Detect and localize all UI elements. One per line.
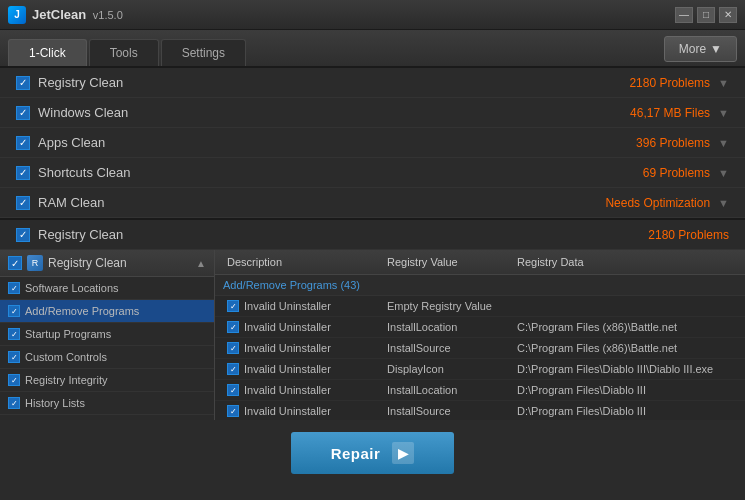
- item-row-ram-clean[interactable]: RAM Clean Needs Optimization ▼: [0, 188, 745, 218]
- sidebar-cb-software[interactable]: [8, 282, 20, 294]
- item-left: Windows Clean: [16, 105, 128, 120]
- sidebar-item-custom-controls[interactable]: Custom Controls: [0, 346, 214, 369]
- item-right: 2180 Problems ▼: [629, 76, 729, 90]
- cell-data-0: [513, 305, 737, 307]
- detail-checkbox[interactable]: [16, 228, 30, 242]
- item-label-windows-clean: Windows Clean: [38, 105, 128, 120]
- item-left: RAM Clean: [16, 195, 104, 210]
- cell-data-3: D:\Program Files\Diablo III\Diablo III.e…: [513, 362, 737, 376]
- sidebar-label-custom-controls: Custom Controls: [25, 351, 107, 363]
- sidebar-cb-custom[interactable]: [8, 351, 20, 363]
- sidebar-list: R Registry Clean ▲ Software Locations Ad…: [0, 250, 215, 420]
- cell-desc-2: Invalid Uninstaller: [223, 341, 383, 355]
- detail-title: Registry Clean: [38, 227, 123, 242]
- row-desc-5: Invalid Uninstaller: [244, 405, 331, 417]
- sidebar-item-software-locations[interactable]: Software Locations: [0, 277, 214, 300]
- table-row[interactable]: Invalid Uninstaller DisplayIcon D:\Progr…: [215, 359, 745, 380]
- item-left: Shortcuts Clean: [16, 165, 131, 180]
- status-shortcuts-clean: 69 Problems: [643, 166, 710, 180]
- sidebar-cb-history[interactable]: [8, 397, 20, 409]
- row-desc-3: Invalid Uninstaller: [244, 363, 331, 375]
- sidebar-label-startup: Startup Programs: [25, 328, 111, 340]
- table-row[interactable]: Invalid Uninstaller InstallLocation C:\P…: [215, 317, 745, 338]
- detail-header-left: Registry Clean: [16, 227, 123, 242]
- status-ram-clean: Needs Optimization: [605, 196, 710, 210]
- cell-data-1: C:\Program Files (x86)\Battle.net: [513, 320, 737, 334]
- cell-data-4: D:\Program Files\Diablo III: [513, 383, 737, 397]
- detail-status: 2180 Problems: [648, 228, 729, 242]
- table-group-header: Add/Remove Programs (43): [215, 275, 745, 296]
- table-row[interactable]: Invalid Uninstaller Empty Registry Value: [215, 296, 745, 317]
- sidebar-cb-integrity[interactable]: [8, 374, 20, 386]
- more-button[interactable]: More ▼: [664, 36, 737, 62]
- minimize-button[interactable]: —: [675, 7, 693, 23]
- cell-value-2: InstallSource: [383, 341, 513, 355]
- cell-desc-3: Invalid Uninstaller: [223, 362, 383, 376]
- table-row[interactable]: Invalid Uninstaller InstallSource C:\Pro…: [215, 338, 745, 359]
- more-chevron-icon: ▼: [710, 42, 722, 56]
- sidebar-item-add-remove[interactable]: Add/Remove Programs: [0, 300, 214, 323]
- item-label-registry-clean: Registry Clean: [38, 75, 123, 90]
- chevron-icon-ram: ▼: [718, 197, 729, 209]
- detail-table: Description Registry Value Registry Data…: [215, 250, 745, 420]
- sidebar-header-title: Registry Clean: [48, 256, 127, 270]
- sidebar-header-left: R Registry Clean: [8, 255, 127, 271]
- item-left: Apps Clean: [16, 135, 105, 150]
- tab-tools[interactable]: Tools: [89, 39, 159, 66]
- maximize-button[interactable]: □: [697, 7, 715, 23]
- item-right: Needs Optimization ▼: [605, 196, 729, 210]
- item-row-windows-clean[interactable]: Windows Clean 46,17 MB Files ▼: [0, 98, 745, 128]
- col-header-data: Registry Data: [513, 254, 737, 270]
- sidebar-label-software-locations: Software Locations: [25, 282, 119, 294]
- checkbox-apps-clean[interactable]: [16, 136, 30, 150]
- tab-1click[interactable]: 1-Click: [8, 39, 87, 66]
- sidebar-item-history-lists[interactable]: History Lists: [0, 392, 214, 415]
- row-checkbox-1[interactable]: [227, 321, 239, 333]
- sidebar-cb-startup[interactable]: [8, 328, 20, 340]
- sidebar-label-history-lists: History Lists: [25, 397, 85, 409]
- row-checkbox-5[interactable]: [227, 405, 239, 417]
- row-checkbox-3[interactable]: [227, 363, 239, 375]
- row-checkbox-4[interactable]: [227, 384, 239, 396]
- chevron-icon-windows: ▼: [718, 107, 729, 119]
- close-button[interactable]: ✕: [719, 7, 737, 23]
- sidebar-cb-addremove[interactable]: [8, 305, 20, 317]
- sort-icon: ▲: [196, 258, 206, 269]
- checkbox-ram-clean[interactable]: [16, 196, 30, 210]
- sidebar-label-add-remove: Add/Remove Programs: [25, 305, 139, 317]
- cell-desc-1: Invalid Uninstaller: [223, 320, 383, 334]
- app-name: JetClean: [32, 7, 86, 22]
- more-button-label: More: [679, 42, 706, 56]
- table-row[interactable]: Invalid Uninstaller InstallSource D:\Pro…: [215, 401, 745, 420]
- repair-button[interactable]: Repair ▶: [291, 432, 455, 474]
- sidebar-list-header: R Registry Clean ▲: [0, 250, 214, 277]
- app-logo: J: [8, 6, 26, 24]
- sidebar-checkbox[interactable]: [8, 256, 22, 270]
- sidebar-item-registry-integrity[interactable]: Registry Integrity: [0, 369, 214, 392]
- table-row[interactable]: Invalid Uninstaller InstallLocation D:\P…: [215, 380, 745, 401]
- checkbox-shortcuts-clean[interactable]: [16, 166, 30, 180]
- cell-value-3: DisplayIcon: [383, 362, 513, 376]
- checkbox-windows-clean[interactable]: [16, 106, 30, 120]
- row-desc-4: Invalid Uninstaller: [244, 384, 331, 396]
- repair-bar: Repair ▶: [0, 420, 745, 486]
- chevron-icon-apps: ▼: [718, 137, 729, 149]
- repair-button-label: Repair: [331, 445, 381, 462]
- tab-settings[interactable]: Settings: [161, 39, 246, 66]
- sidebar-label-registry-integrity: Registry Integrity: [25, 374, 108, 386]
- tabs-container: 1-Click Tools Settings: [8, 39, 246, 66]
- sidebar-item-startup[interactable]: Startup Programs: [0, 323, 214, 346]
- cell-desc-5: Invalid Uninstaller: [223, 404, 383, 418]
- cell-value-1: InstallLocation: [383, 320, 513, 334]
- item-label-apps-clean: Apps Clean: [38, 135, 105, 150]
- checkbox-registry-clean[interactable]: [16, 76, 30, 90]
- item-right: 396 Problems ▼: [636, 136, 729, 150]
- item-right: 46,17 MB Files ▼: [630, 106, 729, 120]
- item-row-apps-clean[interactable]: Apps Clean 396 Problems ▼: [0, 128, 745, 158]
- status-windows-clean: 46,17 MB Files: [630, 106, 710, 120]
- item-row-registry-clean[interactable]: Registry Clean 2180 Problems ▼: [0, 68, 745, 98]
- item-right: 69 Problems ▼: [643, 166, 729, 180]
- row-checkbox-2[interactable]: [227, 342, 239, 354]
- item-row-shortcuts-clean[interactable]: Shortcuts Clean 69 Problems ▼: [0, 158, 745, 188]
- row-checkbox-0[interactable]: [227, 300, 239, 312]
